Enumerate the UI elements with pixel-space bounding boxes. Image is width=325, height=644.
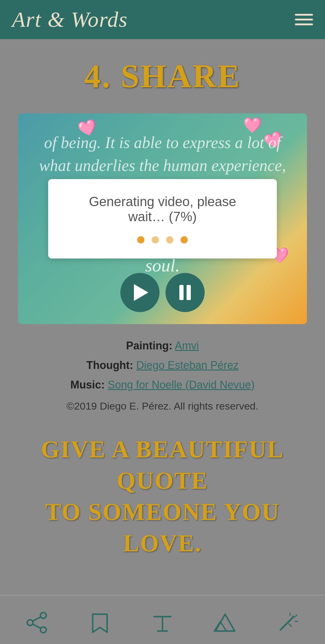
video-container: 🩷 🩷 🩷 🩷 🩷 of being. It is able to expres… bbox=[18, 113, 307, 324]
loading-dots bbox=[72, 236, 253, 243]
svg-line-3 bbox=[32, 617, 40, 621]
dot-4 bbox=[181, 236, 188, 243]
svg-point-0 bbox=[40, 612, 46, 618]
svg-line-14 bbox=[289, 624, 291, 626]
magic-wand-icon bbox=[276, 611, 300, 635]
credits-section: Painting: Amvi Thought: Diego Esteban Pé… bbox=[12, 336, 313, 416]
music-label: Music: bbox=[70, 379, 105, 391]
nav-item-text[interactable] bbox=[144, 608, 181, 638]
video-controls bbox=[120, 273, 205, 312]
painting-label: Painting: bbox=[126, 339, 172, 352]
thought-label: Thought: bbox=[86, 359, 133, 371]
text-icon bbox=[150, 611, 175, 635]
dot-3 bbox=[166, 236, 173, 243]
play-icon bbox=[134, 284, 148, 301]
hamburger-line-2 bbox=[295, 19, 313, 20]
music-value[interactable]: Song for Noelle (David Nevue) bbox=[108, 379, 255, 391]
generating-overlay: Generating video, please wait… (7%) bbox=[48, 179, 277, 259]
bookmark-icon bbox=[88, 611, 112, 635]
generating-message: Generating video, please wait… (7%) bbox=[72, 194, 253, 224]
thought-value[interactable]: Diego Esteban Pérez bbox=[136, 359, 239, 371]
app-header: Art & Words bbox=[0, 0, 325, 39]
give-quote-line-1: GIVE A BEAUTIFUL QUOTE bbox=[12, 434, 313, 496]
svg-line-10 bbox=[280, 618, 292, 630]
share-icon bbox=[25, 611, 49, 635]
give-quote-heading: GIVE A BEAUTIFUL QUOTE TO SOMEONE YOU LO… bbox=[12, 434, 313, 559]
copyright-text: ©2019 Diego E. Pérez. All rights reserve… bbox=[12, 397, 313, 415]
nav-item-bookmark[interactable] bbox=[82, 608, 118, 638]
painting-value[interactable]: Amvi bbox=[175, 339, 199, 352]
pause-bar-2 bbox=[187, 285, 191, 300]
give-quote-line-2: TO SOMEONE YOU LOVE. bbox=[12, 496, 313, 559]
pause-icon bbox=[179, 285, 191, 300]
svg-point-1 bbox=[40, 627, 46, 633]
pause-bar-1 bbox=[179, 285, 184, 300]
dot-1 bbox=[137, 236, 144, 243]
video-background: 🩷 🩷 🩷 🩷 🩷 of being. It is able to expres… bbox=[18, 113, 307, 324]
hamburger-menu-button[interactable] bbox=[295, 14, 313, 25]
main-content: 4. SHARE 🩷 🩷 🩷 🩷 🩷 of being. It is able … bbox=[0, 39, 325, 595]
page-title: 4. SHARE bbox=[12, 57, 313, 95]
nav-item-magic[interactable] bbox=[270, 608, 306, 638]
dot-2 bbox=[152, 236, 159, 243]
music-credit: Music: Song for Noelle (David Nevue) bbox=[12, 375, 313, 395]
bottom-navigation bbox=[0, 595, 325, 644]
painting-credit: Painting: Amvi bbox=[12, 336, 313, 356]
svg-line-12 bbox=[294, 615, 297, 617]
thought-credit: Thought: Diego Esteban Pérez bbox=[12, 356, 313, 375]
nav-item-share[interactable] bbox=[19, 608, 55, 638]
nav-item-image[interactable] bbox=[207, 608, 243, 638]
image-icon bbox=[213, 611, 237, 635]
app-logo: Art & Words bbox=[12, 7, 128, 32]
hamburger-line-3 bbox=[295, 23, 313, 25]
pause-button[interactable] bbox=[166, 273, 205, 312]
hamburger-line-1 bbox=[295, 14, 313, 16]
play-button[interactable] bbox=[120, 273, 159, 312]
svg-line-4 bbox=[32, 624, 40, 628]
